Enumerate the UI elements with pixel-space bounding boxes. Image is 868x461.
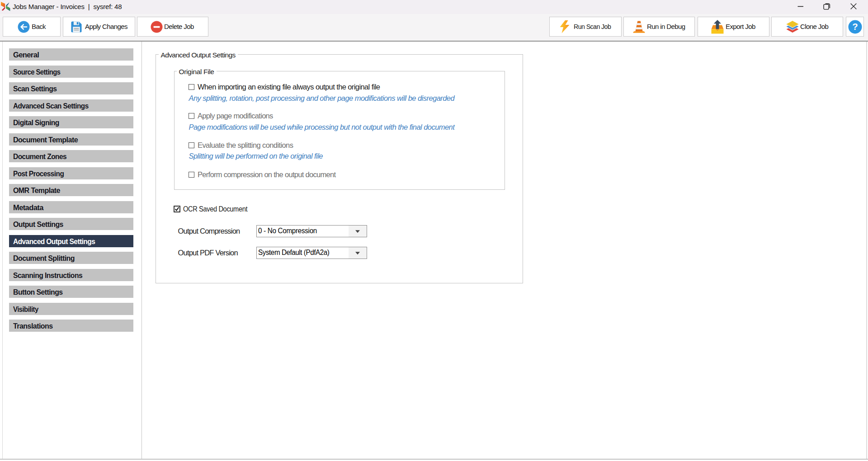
- svg-text:?: ?: [852, 21, 858, 32]
